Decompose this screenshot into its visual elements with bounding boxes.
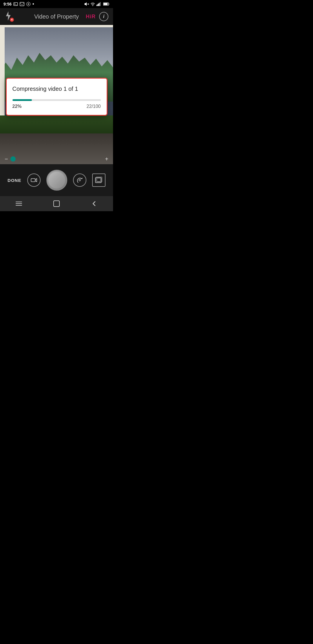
hir-label[interactable]: HiR <box>86 14 96 20</box>
page-title: Video of Property <box>34 13 79 20</box>
flip-camera-button[interactable] <box>73 173 86 187</box>
status-bar-right <box>84 2 110 6</box>
app-bar: ✕ Video of Property HiR i <box>0 8 113 25</box>
svg-rect-17 <box>97 178 101 181</box>
status-bar-left: 9:56 • <box>3 1 34 7</box>
back-icon <box>91 200 97 207</box>
app-bar-actions: HiR i <box>86 12 108 21</box>
svg-rect-9 <box>99 3 100 6</box>
svg-point-14 <box>79 179 81 181</box>
wifi-status-icon <box>90 2 95 6</box>
app-bar-left: ✕ <box>5 11 14 22</box>
time-display: 9:56 <box>3 2 12 6</box>
home-icon <box>53 200 60 207</box>
progress-bar-container <box>12 99 101 101</box>
battery-icon <box>103 2 110 6</box>
camera-view: Compressing video 1 of 1 22% 22/100 − + <box>0 25 113 164</box>
window-frame-top <box>0 25 113 27</box>
dot-icon: • <box>32 1 34 7</box>
nav-back-button[interactable] <box>85 196 103 211</box>
flash-disabled-icon: ✕ <box>10 18 14 22</box>
mail-status-icon <box>20 2 24 6</box>
progress-fraction: 22/100 <box>87 104 101 109</box>
nav-recents-button[interactable] <box>10 196 28 211</box>
zoom-bar: − + <box>0 155 113 163</box>
svg-rect-8 <box>98 4 99 6</box>
recents-icon <box>16 202 22 206</box>
flash-toggle[interactable]: ✕ <box>5 11 14 22</box>
zoom-plus-button[interactable]: + <box>105 156 108 162</box>
video-mode-button[interactable] <box>27 173 41 187</box>
settings-status-icon <box>26 2 31 6</box>
status-bar: 9:56 • <box>0 0 113 8</box>
zoom-minus-button[interactable]: − <box>5 156 8 162</box>
capture-button-inner <box>48 172 65 189</box>
svg-rect-0 <box>14 3 17 6</box>
compression-dialog: Compressing video 1 of 1 22% 22/100 <box>6 78 108 116</box>
nav-home-button[interactable] <box>48 196 65 211</box>
video-camera-icon <box>31 178 37 182</box>
svg-marker-3 <box>85 3 86 5</box>
svg-rect-13 <box>31 179 35 182</box>
bottom-controls: DONE <box>0 164 113 196</box>
signal-icon <box>97 2 102 6</box>
gallery-icon <box>95 177 103 184</box>
gallery-button[interactable] <box>92 173 105 187</box>
dialog-title: Compressing video 1 of 1 <box>12 86 101 92</box>
done-button[interactable]: DONE <box>8 178 21 183</box>
progress-bar-fill <box>12 99 32 101</box>
svg-point-1 <box>14 3 15 4</box>
mute-icon <box>84 2 89 6</box>
svg-rect-10 <box>100 2 101 6</box>
nav-bar <box>0 196 113 211</box>
capture-button[interactable] <box>46 170 67 191</box>
svg-rect-12 <box>103 3 108 5</box>
flip-camera-icon <box>77 177 83 183</box>
info-button[interactable]: i <box>99 12 108 21</box>
progress-percent: 22% <box>12 104 22 109</box>
svg-rect-7 <box>97 5 97 6</box>
zoom-indicator[interactable] <box>10 156 16 162</box>
svg-point-6 <box>92 6 93 6</box>
progress-labels: 22% 22/100 <box>12 104 101 109</box>
svg-rect-2 <box>20 2 24 6</box>
gallery-status-icon <box>13 2 18 6</box>
